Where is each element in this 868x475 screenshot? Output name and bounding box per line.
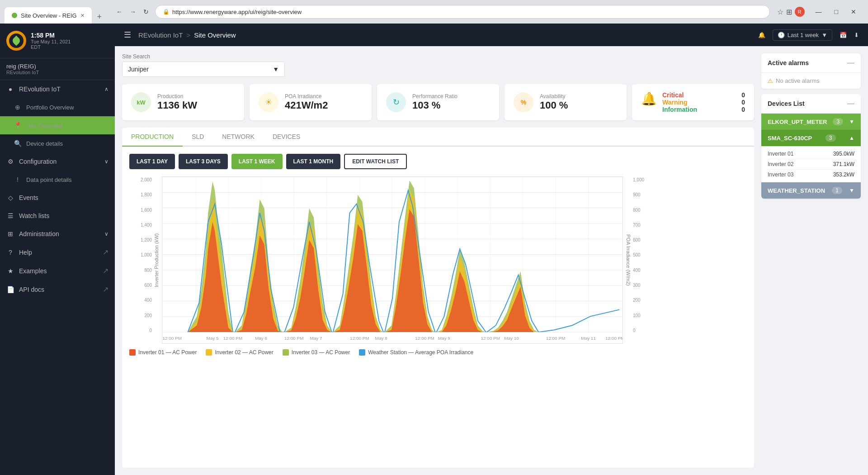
weather-group-count: 1 (832, 187, 842, 194)
edit-watchlist-button[interactable]: EDIT WATCH LIST (344, 154, 407, 169)
sidebar-item-label: Examples (19, 267, 47, 275)
last-1month-button[interactable]: LAST 1 MONTH (286, 154, 341, 169)
sidebar-item-label: Watch lists (19, 212, 49, 219)
tab-devices[interactable]: DEVICES (264, 128, 309, 147)
last-1day-button[interactable]: LAST 1 DAY (129, 154, 175, 169)
list-item: Inverter 03 353.2kW (768, 170, 854, 180)
collapse-alarms-button[interactable]: — (847, 59, 854, 67)
svg-marker-42 (436, 271, 486, 332)
hamburger-menu-icon[interactable]: ☰ (124, 30, 131, 40)
maximize-button[interactable]: □ (832, 6, 841, 17)
device-name: Inverter 02 (768, 161, 793, 167)
sidebar-item-label: Administration (19, 230, 59, 238)
legend-inv3: Inverter 03 — AC Power (283, 349, 350, 356)
app: 1:58 PM Tue May 11, 2021 EDT reig (REIG)… (0, 24, 868, 475)
browser-chrome: Site Overview - REIG ✕ + ← → ↻ 🔒 https:/… (0, 0, 868, 24)
device-group-weather-header[interactable]: WEATHER_STATION 1 ▼ (761, 182, 861, 199)
browser-actions: ☆ ⊞ R (777, 7, 805, 17)
device-group-elkor-header[interactable]: ELKOR_UPT_METER 3 ▼ (761, 114, 861, 130)
user-profile-button[interactable]: R (795, 7, 805, 17)
notification-button[interactable]: 🔔 (758, 32, 765, 38)
device-name: Inverter 03 (768, 171, 793, 178)
warning-icon: ⚠ (768, 77, 773, 84)
dropdown-arrow-icon: ▼ (273, 66, 279, 73)
collapse-devices-button[interactable]: — (847, 100, 854, 108)
chevron-down-icon: ▼ (849, 187, 854, 194)
active-tab[interactable]: Site Overview - REIG ✕ (5, 7, 92, 24)
sidebar-item-portfolio-overview[interactable]: ⊕ Portfolio Overview (0, 98, 115, 116)
chart-area: LAST 1 DAY LAST 3 DAYS LAST 1 WEEK LAST … (122, 147, 754, 468)
chart-section: PRODUCTION SLD NETWORK DEVICES LAST 1 DA… (122, 128, 754, 468)
tab-network[interactable]: NETWORK (213, 128, 264, 147)
back-button[interactable]: ← (113, 6, 125, 17)
production-chart: 12:00 PM May 5 12:00 PM May 6 12:00 PM M… (162, 176, 623, 344)
datapoint-icon: ! (14, 176, 22, 184)
svg-text:12:00 PM: 12:00 PM (223, 336, 243, 341)
download-button[interactable]: ⬇ (854, 32, 859, 38)
sidebar-item-help[interactable]: ? Help ↗ (0, 243, 115, 261)
legend-inv1: Inverter 01 — AC Power (129, 349, 197, 356)
kpi-performance-card: ↻ Performance Ratio 103 % (377, 84, 499, 120)
device-group-sma-header[interactable]: SMA_SC-630CP 3 ▲ (761, 130, 861, 146)
extensions-button[interactable]: ⊞ (786, 7, 792, 17)
svg-text:12:00 PM: 12:00 PM (546, 336, 566, 341)
time-range-selector[interactable]: 🕐 Last 1 week ▼ (773, 29, 832, 41)
y-axis-right: 1,0009008007006005004003002001000 (631, 176, 656, 344)
new-tab-button[interactable]: + (94, 10, 106, 24)
availability-icon: % (514, 92, 533, 112)
last-3days-button[interactable]: LAST 3 DAYS (179, 154, 228, 169)
forward-button[interactable]: → (127, 6, 139, 17)
sma-device-list: Inverter 01 395.0kW Inverter 02 371.1kW … (761, 146, 861, 182)
last-1week-button[interactable]: LAST 1 WEEK (231, 154, 283, 169)
poa-icon: ☀ (259, 92, 278, 112)
sidebar-item-watch-lists[interactable]: ☰ Watch lists (0, 207, 115, 225)
svg-text:12:00 PM: 12:00 PM (415, 336, 434, 341)
calendar-button[interactable]: 📅 (840, 32, 847, 38)
sidebar-item-events[interactable]: ◇ Events (0, 189, 115, 207)
svg-marker-39 (385, 209, 435, 332)
content-main: Site Search Juniper ▼ kW Production (122, 53, 754, 468)
sidebar-item-api-docs[interactable]: 📄 API docs ↗ (0, 280, 115, 299)
sidebar-item-site-overview[interactable]: 📍 Site Overview (0, 116, 115, 134)
tab-title: Site Overview - REIG (21, 12, 77, 19)
active-alarms-title: Active alarms (768, 59, 809, 66)
device-value: 395.0kW (833, 151, 854, 157)
address-bar[interactable]: 🔒 https://www.renergyware.app/ui/reig/si… (155, 5, 769, 19)
sidebar-item-device-details[interactable]: 🔍 Device details (0, 134, 115, 152)
time-range-label: Last 1 week (788, 32, 819, 38)
device-group-sma: SMA_SC-630CP 3 ▲ Inverter 01 395.0kW Inv… (761, 130, 861, 182)
sidebar-item-administration[interactable]: ⊞ Administration ∨ (0, 225, 115, 243)
svg-text:May 7: May 7 (310, 336, 322, 341)
tab-production[interactable]: PRODUCTION (122, 128, 183, 147)
site-search-select[interactable]: Juniper ▼ (122, 62, 285, 77)
warning-row: Warning 0 (662, 99, 745, 106)
main-area: ☰ REvolution IoT > Site Overview 🔔 🕐 Las… (115, 24, 868, 475)
minimize-button[interactable]: — (813, 6, 825, 17)
sidebar-item-examples[interactable]: ★ Examples ↗ (0, 261, 115, 280)
close-window-button[interactable]: ✕ (848, 6, 859, 17)
site-search-section: Site Search Juniper ▼ (122, 53, 754, 77)
sidebar-header: 1:58 PM Tue May 11, 2021 EDT (0, 24, 115, 58)
topbar: ☰ REvolution IoT > Site Overview 🔔 🕐 Las… (115, 24, 868, 46)
kpi-poa-info: POA Irradiance 421W/m2 (285, 93, 328, 111)
sidebar-item-configuration[interactable]: ⚙ Configuration ∨ (0, 152, 115, 171)
tab-close-button[interactable]: ✕ (80, 13, 85, 19)
sidebar-item-label: Configuration (19, 158, 57, 165)
critical-row: Critical 0 (662, 91, 745, 99)
sidebar-item-revolution-iot[interactable]: ● REvolution IoT ∧ (0, 80, 115, 98)
sidebar: 1:58 PM Tue May 11, 2021 EDT reig (REIG)… (0, 24, 115, 475)
legend-label-inv1: Inverter 01 — AC Power (138, 349, 197, 356)
kpi-poa-label: POA Irradiance (285, 93, 328, 100)
kpi-cards: kW Production 1136 kW ☀ POA Irradiance (122, 84, 754, 120)
no-alarms-message: ⚠ No active alarms (761, 73, 861, 89)
kpi-poa-card: ☀ POA Irradiance 421W/m2 (250, 84, 372, 120)
list-item: Inverter 01 395.0kW (768, 149, 854, 159)
bookmark-button[interactable]: ☆ (777, 7, 783, 17)
events-icon: ◇ (6, 194, 14, 202)
refresh-button[interactable]: ↻ (141, 6, 151, 17)
device-name: Inverter 01 (768, 151, 793, 157)
svg-text:May 11: May 11 (581, 336, 596, 341)
tab-sld[interactable]: SLD (183, 128, 213, 147)
sidebar-item-label: REvolution IoT (19, 86, 61, 93)
sidebar-item-data-point-details[interactable]: ! Data point details (0, 171, 115, 189)
